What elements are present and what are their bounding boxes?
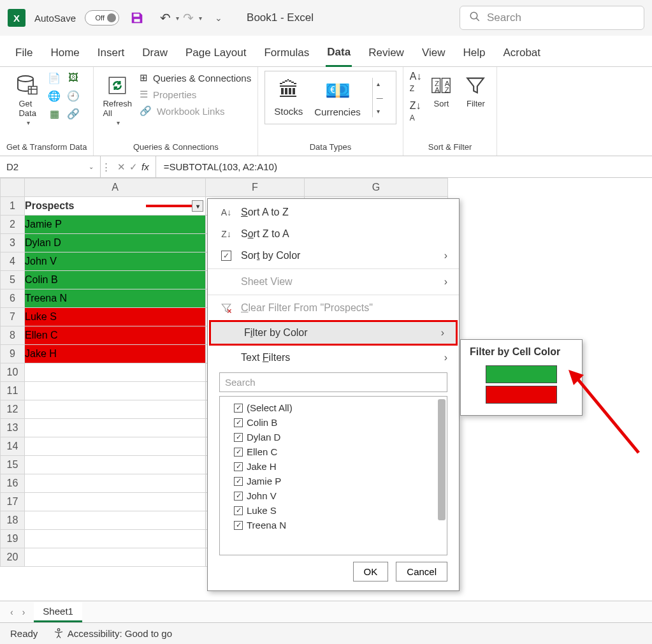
- sort-z-a[interactable]: Z↓ Sort Z to A: [208, 223, 459, 245]
- cancel-formula-icon[interactable]: ✕: [117, 161, 126, 173]
- filter-values-tree[interactable]: ✓(Select All)✓Colin B✓Dylan D✓Ellen C✓Ja…: [219, 396, 447, 555]
- tab-data[interactable]: Data: [326, 42, 352, 67]
- cell[interactable]: Jake H: [25, 345, 206, 363]
- cell[interactable]: [25, 548, 206, 567]
- sort-button[interactable]: ZAAZ Sort: [426, 71, 456, 111]
- row-header[interactable]: 4: [1, 252, 25, 271]
- tab-file[interactable]: File: [14, 43, 34, 66]
- enter-formula-icon[interactable]: ✓: [129, 161, 138, 173]
- stocks-button[interactable]: 🏛 Stocks: [274, 78, 303, 117]
- tab-review[interactable]: Review: [367, 43, 405, 66]
- row-header[interactable]: 18: [1, 511, 25, 530]
- filter-value-item[interactable]: ✓Jamie P: [234, 474, 443, 488]
- row-header[interactable]: 17: [1, 493, 25, 511]
- from-picture-icon[interactable]: 🖼: [66, 71, 80, 85]
- save-icon[interactable]: [128, 10, 146, 26]
- cell[interactable]: [25, 511, 206, 530]
- cell[interactable]: Jamie P: [25, 216, 206, 234]
- row-header[interactable]: 9: [1, 345, 25, 363]
- row-header[interactable]: 2: [1, 216, 25, 234]
- color-swatch-green[interactable]: [486, 365, 557, 383]
- get-data-button[interactable]: Get Data ▾: [13, 71, 42, 129]
- cell[interactable]: [25, 530, 206, 548]
- undo-button[interactable]: ↶: [157, 10, 173, 26]
- row-header[interactable]: 15: [1, 456, 25, 474]
- sort-asc-button[interactable]: A↓Z: [410, 71, 422, 94]
- filter-dropdown-button[interactable]: ▾: [192, 200, 203, 212]
- tab-formulas[interactable]: Formulas: [263, 43, 310, 66]
- clear-filter[interactable]: Clear Filter From "Prospects": [208, 297, 459, 319]
- row-header[interactable]: 14: [1, 437, 25, 456]
- filter-by-color[interactable]: Filter by Color ›: [211, 322, 456, 344]
- sheet-nav-next[interactable]: ›: [22, 607, 25, 617]
- dt-up[interactable]: ▴: [373, 78, 387, 90]
- undo-dropdown[interactable]: ▾: [176, 15, 179, 22]
- cell[interactable]: [25, 400, 206, 419]
- row-header[interactable]: 5: [1, 271, 25, 289]
- sort-a-z[interactable]: A↓ Sort A to Z: [208, 201, 459, 223]
- workbook-links-button[interactable]: 🔗Workbook Links: [140, 105, 251, 117]
- row-header[interactable]: 12: [1, 400, 25, 419]
- from-text-icon[interactable]: 📄: [47, 71, 61, 85]
- cell[interactable]: [25, 474, 206, 493]
- currencies-button[interactable]: 💶 Currencies: [314, 78, 361, 117]
- properties-button[interactable]: ☰Properties: [140, 89, 251, 100]
- filter-value-item[interactable]: ✓Luke S: [234, 503, 443, 518]
- cell[interactable]: Ellen C: [25, 326, 206, 345]
- dt-down[interactable]: ▾: [373, 105, 387, 117]
- row-header[interactable]: 6: [1, 289, 25, 308]
- select-all-corner[interactable]: [1, 179, 25, 197]
- cell[interactable]: Treena N: [25, 289, 206, 308]
- filter-value-item[interactable]: ✓(Select All): [234, 400, 443, 415]
- col-header-a[interactable]: A: [25, 179, 206, 197]
- name-box[interactable]: D2⌄: [0, 156, 101, 177]
- row-header[interactable]: 8: [1, 326, 25, 345]
- cell[interactable]: Luke S: [25, 308, 206, 326]
- tab-help[interactable]: Help: [461, 43, 486, 66]
- cancel-button[interactable]: Cancel: [396, 562, 447, 582]
- cell-a1[interactable]: Prospects ▾: [25, 197, 206, 216]
- qat-customize[interactable]: ⌄: [215, 13, 222, 23]
- tab-draw[interactable]: Draw: [141, 43, 169, 66]
- existing-conn-icon[interactable]: 🔗: [66, 106, 80, 121]
- cell[interactable]: John V: [25, 252, 206, 271]
- filter-search-input[interactable]: Search: [219, 372, 447, 392]
- row-header[interactable]: 19: [1, 530, 25, 548]
- from-web-icon[interactable]: 🌐: [47, 89, 61, 103]
- row-header[interactable]: 3: [1, 234, 25, 252]
- row-header[interactable]: 11: [1, 382, 25, 400]
- row-header[interactable]: 16: [1, 474, 25, 493]
- accessibility-status[interactable]: Accessibility: Good to go: [53, 627, 172, 640]
- cell[interactable]: [25, 382, 206, 400]
- autosave-toggle[interactable]: Off: [85, 10, 119, 26]
- sort-by-color[interactable]: ✓ Sort by Color ›: [208, 245, 459, 267]
- cell[interactable]: Dylan D: [25, 234, 206, 252]
- col-header-f[interactable]: F: [206, 179, 305, 197]
- filter-value-item[interactable]: ✓John V: [234, 488, 443, 503]
- sort-desc-button[interactable]: Z↓A: [410, 100, 422, 123]
- tab-view[interactable]: View: [421, 43, 447, 66]
- sheet-view[interactable]: Sheet View ›: [208, 271, 459, 293]
- color-swatch-red[interactable]: [486, 386, 557, 404]
- filter-button[interactable]: Filter: [461, 71, 490, 111]
- text-filters[interactable]: Text Filters ›: [208, 347, 459, 369]
- sheet-nav-prev[interactable]: ‹: [10, 607, 13, 617]
- row-header[interactable]: 20: [1, 548, 25, 567]
- redo-button[interactable]: ↷: [180, 10, 196, 26]
- scrollbar[interactable]: [438, 399, 446, 520]
- fx-icon[interactable]: fx: [141, 161, 149, 172]
- formula-input[interactable]: =SUBTOTAL(103, A2:A10): [156, 161, 285, 172]
- filter-value-item[interactable]: ✓Jake H: [234, 459, 443, 474]
- cell[interactable]: [25, 493, 206, 511]
- sheet-tab[interactable]: Sheet1: [34, 602, 82, 622]
- col-header-g[interactable]: G: [305, 179, 448, 197]
- tab-insert[interactable]: Insert: [96, 43, 126, 66]
- cell[interactable]: [25, 437, 206, 456]
- queries-connections-button[interactable]: ⊞Queries & Connections: [140, 72, 251, 84]
- recent-sources-icon[interactable]: 🕘: [66, 89, 80, 103]
- cell[interactable]: [25, 456, 206, 474]
- search-box[interactable]: Search: [460, 6, 644, 30]
- tab-home[interactable]: Home: [49, 43, 80, 66]
- ok-button[interactable]: OK: [353, 562, 389, 582]
- row-header[interactable]: 7: [1, 308, 25, 326]
